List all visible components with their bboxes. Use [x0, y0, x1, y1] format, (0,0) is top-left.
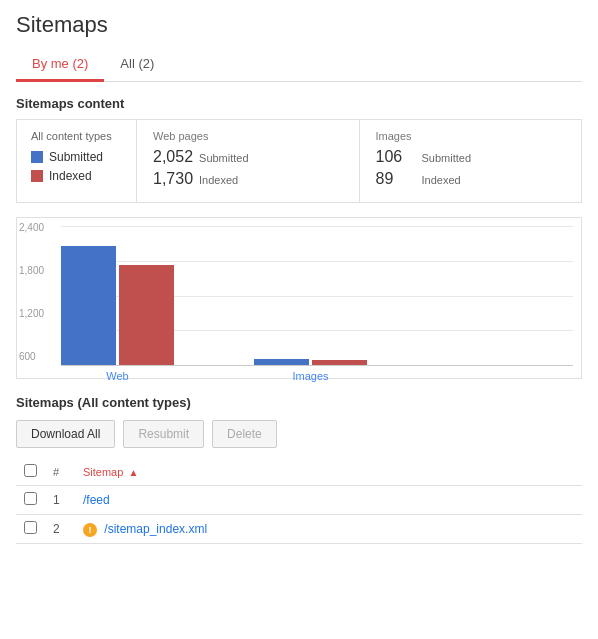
sitemaps-content-box: All content types Submitted Indexed Web … [16, 119, 582, 203]
y-label-1800: 1,800 [19, 265, 55, 276]
resubmit-button[interactable]: Resubmit [123, 420, 204, 448]
select-all-checkbox[interactable] [24, 464, 37, 477]
row2-num: 2 [45, 515, 75, 544]
stat-images-indexed-num: 89 [376, 170, 416, 188]
stats-section: Web pages 2,052 Submitted 1,730 Indexed … [137, 120, 581, 202]
row1-sitemap: /feed [75, 486, 582, 515]
submitted-color-swatch [31, 151, 43, 163]
col-header-checkbox [16, 458, 45, 486]
y-label-2400: 2,400 [19, 222, 55, 233]
row1-checkbox[interactable] [24, 492, 37, 505]
stat-col-images: Images 106 Submitted 89 Indexed [360, 120, 582, 202]
y-label-600: 600 [19, 351, 55, 362]
x-label-web: Web [61, 366, 174, 382]
row2-checkbox[interactable] [24, 521, 37, 534]
sort-arrow-icon: ▲ [128, 467, 138, 478]
row1-checkbox-cell [16, 486, 45, 515]
chart-area: 2,400 1,800 1,200 600 [17, 218, 581, 378]
chart-y-axis: 2,400 1,800 1,200 600 [19, 222, 55, 362]
legend-label-indexed: Indexed [49, 169, 92, 183]
stat-images-indexed-label: Indexed [422, 174, 461, 186]
col-header-sitemap-label: Sitemap [83, 466, 123, 478]
bar-web-indexed [119, 265, 174, 365]
indexed-color-swatch [31, 170, 43, 182]
tab-all[interactable]: All (2) [104, 48, 170, 82]
delete-button[interactable]: Delete [212, 420, 277, 448]
table-row: 1 /feed [16, 486, 582, 515]
stat-images-title: Images [376, 130, 566, 142]
tabs-container: By me (2) All (2) [16, 48, 582, 82]
col-header-num: # [45, 458, 75, 486]
row2-sitemap: ! /sitemap_index.xml [75, 515, 582, 544]
table-row: 2 ! /sitemap_index.xml [16, 515, 582, 544]
stat-images-indexed: 89 Indexed [376, 170, 566, 188]
tab-by-me[interactable]: By me (2) [16, 48, 104, 82]
row2-checkbox-cell [16, 515, 45, 544]
col-header-sitemap[interactable]: Sitemap ▲ [75, 458, 582, 486]
bar-images-indexed [312, 360, 367, 365]
warning-icon: ! [83, 523, 97, 537]
stat-web-indexed: 1,730 Indexed [153, 170, 343, 188]
stat-images-submitted-label: Submitted [422, 152, 472, 164]
table-actions: Download All Resubmit Delete [16, 420, 582, 448]
row1-num: 1 [45, 486, 75, 515]
bar-web-submitted [61, 246, 116, 365]
bar-images-submitted [254, 359, 309, 365]
row2-sitemap-link[interactable]: /sitemap_index.xml [104, 522, 207, 536]
stat-web-submitted: 2,052 Submitted [153, 148, 343, 166]
table-section: Sitemaps (All content types) Download Al… [16, 395, 582, 595]
download-all-button[interactable]: Download All [16, 420, 115, 448]
chart-bars-images [254, 359, 367, 365]
legend-item-submitted: Submitted [31, 150, 122, 164]
stat-web-indexed-num: 1,730 [153, 170, 193, 188]
chart-x-axis: Web Images [61, 366, 573, 382]
row1-sitemap-link[interactable]: /feed [83, 493, 110, 507]
legend-item-indexed: Indexed [31, 169, 122, 183]
content-legend: All content types Submitted Indexed [17, 120, 137, 202]
legend-filter-label: All content types [31, 130, 122, 142]
stat-col-web: Web pages 2,052 Submitted 1,730 Indexed [137, 120, 360, 202]
chart-bars-web [61, 246, 174, 365]
y-label-1200: 1,200 [19, 308, 55, 319]
page-title: Sitemaps [16, 12, 582, 38]
table-section-title: Sitemaps (All content types) [16, 395, 582, 410]
legend-label-submitted: Submitted [49, 150, 103, 164]
sitemaps-table: # Sitemap ▲ 1 /feed [16, 458, 582, 544]
stat-web-title: Web pages [153, 130, 343, 142]
stat-images-submitted-num: 106 [376, 148, 416, 166]
table-body: 1 /feed 2 ! /sitemap_index.xml [16, 486, 582, 544]
stat-images-submitted: 106 Submitted [376, 148, 566, 166]
stat-web-indexed-label: Indexed [199, 174, 238, 186]
table-header: # Sitemap ▲ [16, 458, 582, 486]
sitemaps-content-title: Sitemaps content [16, 96, 582, 111]
stat-web-submitted-label: Submitted [199, 152, 249, 164]
table-header-row: # Sitemap ▲ [16, 458, 582, 486]
stat-web-submitted-num: 2,052 [153, 148, 193, 166]
chart-wrapper: 2,400 1,800 1,200 600 [16, 217, 582, 379]
gridline-top [61, 226, 573, 227]
chart-grid [61, 226, 573, 366]
x-label-images: Images [254, 366, 367, 382]
